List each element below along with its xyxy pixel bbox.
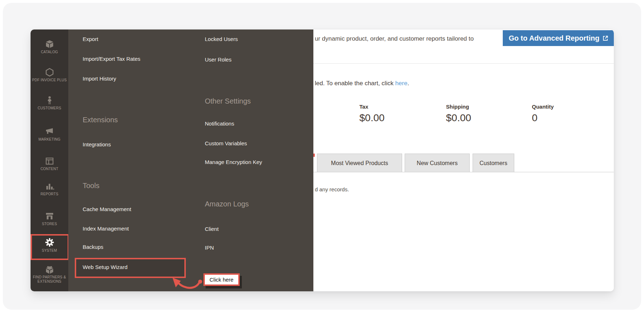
sidebar-item-label: STORES <box>31 222 68 226</box>
sidebar-item-marketing[interactable]: MARKETING <box>31 127 68 142</box>
sidebar-item-label: CATALOG <box>31 50 68 54</box>
pdf-invoice-plus-icon <box>45 68 54 77</box>
stat-shipping: Shipping $0.00 <box>446 104 471 124</box>
no-records-text: d any records. <box>315 186 349 192</box>
menu-item-export[interactable]: Export <box>83 36 98 42</box>
dashboard-content: ur dynamic product, order, and customer … <box>313 29 614 291</box>
system-flyout-menu: Export Import/Export Tax Rates Import Hi… <box>68 29 313 291</box>
sidebar-item-label: REPORTS <box>31 192 68 196</box>
stores-icon <box>45 211 54 221</box>
menu-heading-amazon-logs: Amazon Logs <box>205 200 249 208</box>
menu-item-notifications[interactable]: Notifications <box>205 120 234 127</box>
stat-label: Tax <box>359 104 385 110</box>
menu-item-import-export-tax-rates[interactable]: Import/Export Tax Rates <box>83 56 141 62</box>
system-highlight-box <box>31 234 69 260</box>
chart-disabled-notice: led. To enable the chart, click here. <box>315 80 409 87</box>
menu-item-custom-variables[interactable]: Custom Variables <box>205 140 247 146</box>
tabs-divider <box>313 172 614 172</box>
reports-icon <box>45 182 54 191</box>
menu-item-locked-users[interactable]: Locked Users <box>205 36 238 42</box>
sidebar-item-find-partners[interactable]: FIND PARTNERS & EXTENSIONS <box>31 265 68 284</box>
external-link-icon <box>603 36 608 41</box>
menu-item-ipn[interactable]: IPN <box>205 245 214 251</box>
stat-value: 0 <box>532 112 554 124</box>
menu-item-cache-management[interactable]: Cache Management <box>83 206 131 212</box>
click-here-callout: Click here <box>203 273 240 286</box>
admin-sidebar: CATALOG PDF INVOICE PLUS CUSTOMERS MARKE… <box>31 29 68 291</box>
sidebar-item-label: CUSTOMERS <box>31 106 68 110</box>
find-partners-icon <box>45 265 55 274</box>
menu-heading-other-settings: Other Settings <box>205 97 251 105</box>
enable-chart-link[interactable]: here <box>395 80 408 87</box>
stat-value: $0.00 <box>446 112 471 124</box>
customers-icon <box>45 96 54 105</box>
go-to-advanced-reporting-button[interactable]: Go to Advanced Reporting <box>503 30 614 46</box>
sidebar-item-stores[interactable]: STORES <box>31 211 68 226</box>
menu-heading-tools: Tools <box>83 182 100 190</box>
tab-most-viewed-products[interactable]: Most Viewed Products <box>317 154 402 172</box>
stat-value: $0.00 <box>359 112 385 124</box>
menu-item-manage-encryption-key[interactable]: Manage Encryption Key <box>205 159 262 165</box>
tab-new-customers[interactable]: New Customers <box>405 154 470 172</box>
sidebar-item-pdf-invoice-plus[interactable]: PDF INVOICE PLUS <box>31 68 68 82</box>
menu-item-integrations[interactable]: Integrations <box>83 141 111 147</box>
sidebar-item-label: PDF INVOICE PLUS <box>31 78 68 82</box>
header-divider <box>313 63 614 64</box>
sidebar-item-label: CONTENT <box>31 167 68 171</box>
menu-item-user-roles[interactable]: User Roles <box>205 56 231 63</box>
menu-item-client[interactable]: Client <box>205 226 218 232</box>
sidebar-item-catalog[interactable]: CATALOG <box>31 40 68 54</box>
menu-item-backups[interactable]: Backups <box>83 244 104 250</box>
hidden-tab-annotation-sliver <box>313 154 315 157</box>
tab-customers[interactable]: Customers <box>473 154 514 172</box>
menu-heading-extensions: Extensions <box>83 116 118 124</box>
sidebar-item-label: MARKETING <box>31 137 68 142</box>
stat-quantity: Quantity 0 <box>532 104 554 124</box>
advanced-reporting-description: ur dynamic product, order, and customer … <box>315 35 509 42</box>
sidebar-item-label: FIND PARTNERS & EXTENSIONS <box>31 275 68 284</box>
menu-item-import-history[interactable]: Import History <box>83 76 116 82</box>
menu-item-index-management[interactable]: Index Management <box>83 225 129 232</box>
marketing-icon <box>45 127 54 136</box>
go-to-advanced-reporting-label: Go to Advanced Reporting <box>509 34 599 42</box>
sidebar-item-content[interactable]: CONTENT <box>31 156 68 171</box>
menu-item-web-setup-wizard[interactable]: Web Setup Wizard <box>83 264 128 270</box>
catalog-icon <box>45 40 54 49</box>
stat-tax: Tax $0.00 <box>359 104 385 124</box>
chart-notice-text: led. To enable the chart, click <box>315 80 395 87</box>
chart-notice-period: . <box>408 80 409 87</box>
admin-window: CATALOG PDF INVOICE PLUS CUSTOMERS MARKE… <box>31 29 614 291</box>
content-icon <box>45 156 54 166</box>
sidebar-item-customers[interactable]: CUSTOMERS <box>31 96 68 110</box>
stat-label: Quantity <box>532 104 554 110</box>
stat-label: Shipping <box>446 104 471 110</box>
sidebar-item-reports[interactable]: REPORTS <box>31 182 68 196</box>
